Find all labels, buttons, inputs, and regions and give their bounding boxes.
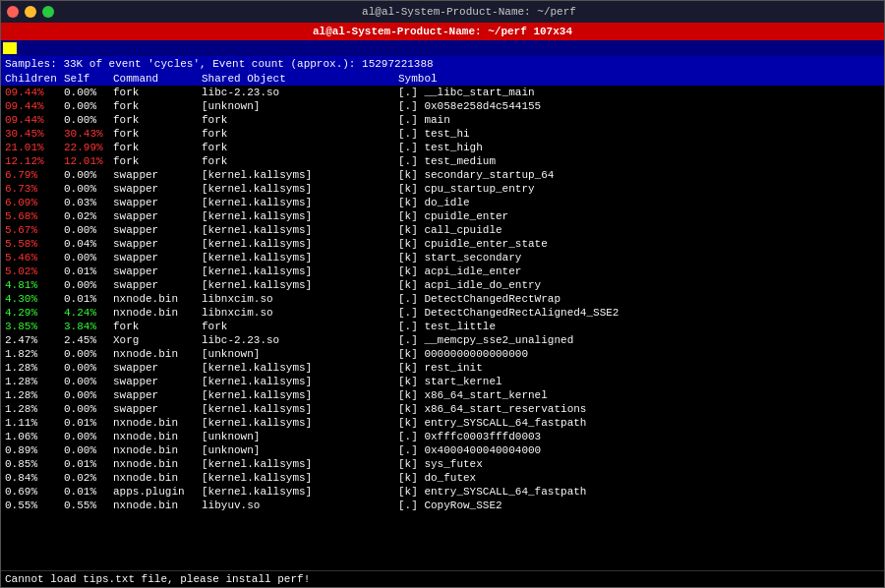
table-row[interactable]: 6.09%0.03%swapper[kernel.kallsyms][k] do… xyxy=(1,196,884,209)
cell-shared-object: [kernel.kallsyms] xyxy=(202,361,398,375)
header-symbol: Symbol xyxy=(398,73,880,85)
cell-symbol: [k] cpuidle_enter_state xyxy=(398,237,880,251)
cell-command: Xorg xyxy=(113,333,202,347)
cell-self: 0.01% xyxy=(64,416,113,430)
cell-shared-object: [kernel.kallsyms] xyxy=(202,168,398,182)
cell-children: 1.28% xyxy=(5,388,64,402)
maximize-button[interactable] xyxy=(42,6,54,18)
cell-self: 30.43% xyxy=(64,127,113,141)
cell-children: 5.67% xyxy=(5,223,64,237)
table-row[interactable]: 3.85%3.84%forkfork[.] test_little xyxy=(1,320,884,333)
cell-self: 0.00% xyxy=(64,86,113,99)
table-row[interactable]: 4.30%0.01%nxnode.binlibnxcim.so[.] Detec… xyxy=(1,292,884,306)
cell-shared-object: [kernel.kallsyms] xyxy=(202,278,398,292)
cell-command: swapper xyxy=(113,388,202,402)
cell-self: 0.03% xyxy=(64,196,113,209)
minimize-button[interactable] xyxy=(25,6,36,18)
cell-shared-object: [kernel.kallsyms] xyxy=(202,388,398,402)
table-row[interactable]: 0.69%0.01%apps.plugin[kernel.kallsyms][k… xyxy=(1,485,884,499)
table-row[interactable]: 1.28%0.00%swapper[kernel.kallsyms][k] x8… xyxy=(1,388,884,402)
cell-command: fork xyxy=(113,320,202,333)
cell-self: 0.00% xyxy=(64,278,113,292)
table-row[interactable]: 09.44%0.00%forkfork[.] main xyxy=(1,113,884,127)
table-row[interactable]: 6.79%0.00%swapper[kernel.kallsyms][k] se… xyxy=(1,168,884,182)
table-row[interactable]: 5.02%0.01%swapper[kernel.kallsyms][k] ac… xyxy=(1,265,884,278)
cell-shared-object: [unknown] xyxy=(202,347,398,361)
table-row[interactable]: 0.85%0.01%nxnode.bin[kernel.kallsyms][k]… xyxy=(1,457,884,471)
cell-self: 0.01% xyxy=(64,457,113,471)
cell-command: fork xyxy=(113,113,202,127)
cell-self: 4.24% xyxy=(64,306,113,320)
cell-children: 09.44% xyxy=(5,99,64,113)
header-command: Command xyxy=(113,73,202,85)
cell-symbol: [.] DetectChangedRectAligned4_SSE2 xyxy=(398,306,880,320)
cell-shared-object: [kernel.kallsyms] xyxy=(202,471,398,485)
cell-command: nxnode.bin xyxy=(113,306,202,320)
cell-shared-object: [kernel.kallsyms] xyxy=(202,196,398,209)
table-row[interactable]: 6.73%0.00%swapper[kernel.kallsyms][k] cp… xyxy=(1,182,884,196)
cell-symbol: [.] CopyRow_SSE2 xyxy=(398,499,880,512)
table-row[interactable]: 12.12%12.01%forkfork[.] test_medium xyxy=(1,154,884,168)
cell-symbol: [k] call_cpuidle xyxy=(398,223,880,237)
cell-symbol: [.] test_high xyxy=(398,141,880,154)
table-row[interactable]: 0.55%0.55%nxnode.binlibyuv.so[.] CopyRow… xyxy=(1,499,884,512)
table-row[interactable]: 21.01%22.99%forkfork[.] test_high xyxy=(1,141,884,154)
title-bar: al@al-System-Product-Name: ~/perf xyxy=(1,1,884,23)
table-row[interactable]: 1.06%0.00%nxnode.bin[unknown][.] 0xfffc0… xyxy=(1,430,884,443)
samples-info: Samples: 33K of event 'cycles', Event co… xyxy=(1,56,884,72)
cell-command: fork xyxy=(113,127,202,141)
table-row[interactable]: 2.47%2.45%Xorglibc-2.23.so[.] __memcpy_s… xyxy=(1,333,884,347)
cell-children: 6.79% xyxy=(5,168,64,182)
cell-shared-object: [kernel.kallsyms] xyxy=(202,375,398,388)
cell-self: 0.00% xyxy=(64,113,113,127)
table-row[interactable]: 4.81%0.00%swapper[kernel.kallsyms][k] ac… xyxy=(1,278,884,292)
cell-command: nxnode.bin xyxy=(113,347,202,361)
table-row[interactable]: 5.58%0.04%swapper[kernel.kallsyms][k] cp… xyxy=(1,237,884,251)
table-row[interactable]: 1.28%0.00%swapper[kernel.kallsyms][k] x8… xyxy=(1,402,884,416)
cell-command: swapper xyxy=(113,375,202,388)
table-row[interactable]: 1.28%0.00%swapper[kernel.kallsyms][k] st… xyxy=(1,375,884,388)
table-row[interactable]: 09.44%0.00%forklibc-2.23.so[.] __libc_st… xyxy=(1,86,884,99)
table-row[interactable]: 30.45%30.43%forkfork[.] test_hi xyxy=(1,127,884,141)
cell-shared-object: [kernel.kallsyms] xyxy=(202,402,398,416)
cell-children: 1.06% xyxy=(5,430,64,443)
cell-self: 0.00% xyxy=(64,168,113,182)
table-row[interactable]: 1.11%0.01%nxnode.bin[kernel.kallsyms][k]… xyxy=(1,416,884,430)
table-row[interactable]: 1.82%0.00%nxnode.bin[unknown][k] 0000000… xyxy=(1,347,884,361)
cell-children: 5.02% xyxy=(5,265,64,278)
cell-symbol: [k] start_secondary xyxy=(398,251,880,265)
cell-children: 30.45% xyxy=(5,127,64,141)
table-row[interactable]: 0.89%0.00%nxnode.bin[unknown][.] 0x40004… xyxy=(1,443,884,457)
cell-children: 4.81% xyxy=(5,278,64,292)
cell-symbol: [k] start_kernel xyxy=(398,375,880,388)
table-row[interactable]: 0.84%0.02%nxnode.bin[kernel.kallsyms][k]… xyxy=(1,471,884,485)
status-bar: Cannot load tips.txt file, please instal… xyxy=(1,570,884,587)
table-row[interactable]: 09.44%0.00%fork[unknown][.] 0x058e258d4c… xyxy=(1,99,884,113)
cell-children: 3.85% xyxy=(5,320,64,333)
cell-children: 0.69% xyxy=(5,485,64,499)
cell-shared-object: fork xyxy=(202,141,398,154)
cell-command: swapper xyxy=(113,361,202,375)
cell-symbol: [.] main xyxy=(398,113,880,127)
table-row[interactable]: 5.67%0.00%swapper[kernel.kallsyms][k] ca… xyxy=(1,223,884,237)
cell-command: apps.plugin xyxy=(113,485,202,499)
cell-symbol: [.] DetectChangedRectWrap xyxy=(398,292,880,306)
cell-self: 2.45% xyxy=(64,333,113,347)
table-row[interactable]: 1.28%0.00%swapper[kernel.kallsyms][k] re… xyxy=(1,361,884,375)
cell-children: 6.73% xyxy=(5,182,64,196)
cell-symbol: [k] entry_SYSCALL_64_fastpath xyxy=(398,416,880,430)
cell-self: 0.00% xyxy=(64,402,113,416)
cell-shared-object: [kernel.kallsyms] xyxy=(202,251,398,265)
cell-shared-object: libyuv.so xyxy=(202,499,398,512)
cell-shared-object: [kernel.kallsyms] xyxy=(202,209,398,223)
cell-command: swapper xyxy=(113,402,202,416)
close-button[interactable] xyxy=(7,6,19,18)
cell-command: swapper xyxy=(113,223,202,237)
cell-command: swapper xyxy=(113,209,202,223)
cell-command: swapper xyxy=(113,251,202,265)
table-row[interactable]: 4.29%4.24%nxnode.binlibnxcim.so[.] Detec… xyxy=(1,306,884,320)
table-row[interactable]: 5.46%0.00%swapper[kernel.kallsyms][k] st… xyxy=(1,251,884,265)
cell-symbol: [k] secondary_startup_64 xyxy=(398,168,880,182)
cell-shared-object: [kernel.kallsyms] xyxy=(202,265,398,278)
table-row[interactable]: 5.68%0.02%swapper[kernel.kallsyms][k] cp… xyxy=(1,209,884,223)
